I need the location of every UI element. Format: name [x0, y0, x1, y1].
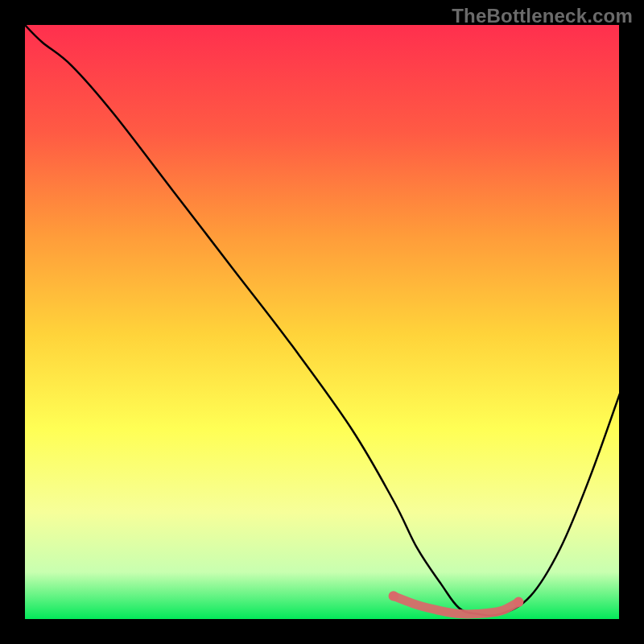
chart-canvas: TheBottleneck.com: [0, 0, 644, 644]
watermark-text: TheBottleneck.com: [452, 5, 633, 27]
plot-area: [24, 24, 620, 620]
optimal-zone-start-dot: [389, 591, 398, 601]
optimal-zone-end-dot: [514, 597, 523, 607]
chart-svg: [0, 0, 644, 644]
